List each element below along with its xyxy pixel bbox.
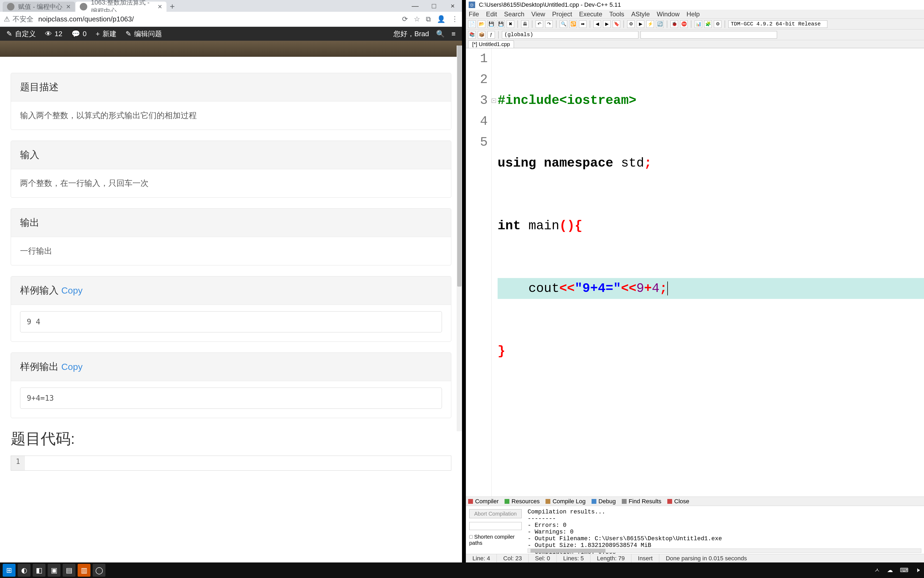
menu-file[interactable]: File	[469, 10, 479, 18]
task-icon[interactable]: ▤	[63, 564, 76, 576]
menu-window[interactable]: Window	[657, 10, 680, 18]
hscroll-thumb[interactable]	[531, 549, 605, 552]
tray-volume-icon[interactable]: 🕨	[916, 567, 921, 574]
code-editor[interactable]: 1 2 3 4 5 - #include<iostream> using nam…	[466, 48, 924, 497]
submission-editor[interactable]: 1	[11, 456, 451, 471]
tab-close[interactable]: Close	[667, 498, 689, 505]
security-chip[interactable]: ⚠不安全	[4, 15, 34, 24]
shorten-check[interactable]	[469, 535, 473, 539]
favicon-icon	[80, 3, 87, 10]
copy-link[interactable]: Copy	[61, 285, 83, 295]
tab-resources[interactable]: Resources	[505, 498, 540, 505]
tab-debug[interactable]: Debug	[592, 498, 616, 505]
fwd-icon[interactable]: ▶	[603, 20, 610, 28]
maximize-button[interactable]: □	[424, 0, 443, 12]
task-icon[interactable]: ▣	[48, 564, 60, 576]
chrome-task-icon[interactable]: ◯	[92, 564, 105, 576]
star-icon[interactable]: ☆	[414, 15, 420, 23]
profile-icon[interactable]: 📊	[694, 20, 702, 28]
menu-tools[interactable]: Tools	[609, 10, 624, 18]
tray-chevron-icon[interactable]: ㅅ	[874, 566, 880, 574]
undo-icon[interactable]: ↶	[536, 20, 543, 28]
start-button[interactable]: ⊞	[3, 564, 16, 576]
print-icon[interactable]: 🖶	[521, 20, 529, 28]
greeting-text[interactable]: 您好，Brad	[393, 29, 429, 39]
menu-astyle[interactable]: AStyle	[631, 10, 650, 18]
menu-help[interactable]: Help	[686, 10, 700, 18]
minimize-button[interactable]: —	[406, 0, 424, 12]
editor-area[interactable]	[25, 456, 451, 470]
bookmark-icon[interactable]: 🔖	[613, 20, 620, 28]
profile-icon[interactable]: 👤	[437, 15, 445, 23]
shorten-checkbox[interactable]: Shorten compiler paths	[469, 534, 522, 546]
menu-execute[interactable]: Execute	[579, 10, 602, 18]
func-icon[interactable]: ƒ	[487, 31, 495, 39]
scrollbar-thumb[interactable]	[457, 45, 461, 287]
search-icon[interactable]: 🔍	[436, 30, 445, 38]
fold-icon[interactable]: -	[492, 99, 496, 103]
menu-view[interactable]: View	[531, 10, 545, 18]
tray-cloud-icon[interactable]: ☁	[887, 567, 893, 574]
translate-icon[interactable]: ⟳	[402, 15, 408, 23]
rebuild-icon[interactable]: 🔄	[656, 20, 663, 28]
copy-link[interactable]: Copy	[61, 362, 83, 372]
compile-icon[interactable]: ⚙	[627, 20, 634, 28]
comments-stat[interactable]: 💬0	[71, 30, 86, 38]
close-icon[interactable]: ×	[158, 2, 162, 11]
scope-select[interactable]: (globals)	[502, 31, 638, 39]
browser-tab-0[interactable]: 赋值 - 编程中心×	[3, 2, 75, 12]
op-token: <<	[559, 281, 575, 296]
edit-question-button[interactable]: ✎编辑问题	[126, 29, 162, 39]
new-button[interactable]: +新建	[95, 29, 116, 39]
tab-compile-log[interactable]: Compile Log	[545, 498, 586, 505]
hscrollbar[interactable]	[528, 549, 921, 553]
struct-icon[interactable]: 📦	[478, 31, 485, 39]
options-icon[interactable]: ⚙	[714, 20, 722, 28]
debug-icon[interactable]: 🐞	[670, 20, 678, 28]
find-icon[interactable]: 🔍	[560, 20, 567, 28]
save-all-icon[interactable]: 💾	[497, 20, 505, 28]
menu-icon[interactable]: ⋮	[451, 15, 458, 23]
new-file-icon[interactable]: 📄	[468, 20, 476, 28]
scrollbar[interactable]	[456, 45, 462, 431]
menu-search[interactable]: Search	[504, 10, 524, 18]
menu-edit[interactable]: Edit	[486, 10, 497, 18]
save-icon[interactable]: 💾	[487, 20, 495, 28]
compile-run-icon[interactable]: ⚡	[646, 20, 654, 28]
extensions-icon[interactable]: ⧉	[426, 15, 431, 23]
code-text[interactable]: #include<iostream> using namespace std; …	[497, 48, 924, 497]
goto-icon[interactable]: ➡	[579, 20, 586, 28]
member-select[interactable]	[641, 31, 777, 39]
compiler-select[interactable]: TDM-GCC 4.9.2 64-bit Release	[728, 20, 827, 28]
custom-button[interactable]: ✎自定义	[6, 29, 36, 39]
open-icon[interactable]: 📂	[478, 20, 485, 28]
document-tab[interactable]: [*] Untitled1.cpp	[468, 41, 514, 48]
task-icon[interactable]: ◐	[18, 564, 31, 576]
card-header: 样例输出 Copy	[11, 353, 451, 381]
tab-compiler[interactable]: Compiler	[468, 498, 499, 505]
url-field[interactable]: noipclass.com/question/p1063/	[38, 15, 397, 23]
hamburger-icon[interactable]: ≡	[451, 30, 456, 38]
back-icon[interactable]: ◀	[594, 20, 601, 28]
input-card: 输入 两个整数，在一行输入，只回车一次	[11, 141, 451, 198]
deps-icon[interactable]: 🧩	[704, 20, 712, 28]
run-icon[interactable]: ▶	[637, 20, 644, 28]
abort-button[interactable]: Abort Compilation	[469, 509, 522, 518]
task-icon[interactable]: ▥	[78, 564, 91, 576]
tray-ime-icon[interactable]: ⌨	[900, 567, 908, 574]
menu-project[interactable]: Project	[552, 10, 572, 18]
redo-icon[interactable]: ↷	[545, 20, 553, 28]
compiler-output[interactable]: Compilation results... -------- - Errors…	[525, 506, 924, 554]
close-button[interactable]: ×	[443, 0, 462, 12]
class-browser-icon[interactable]: 📚	[468, 31, 476, 39]
replace-icon[interactable]: 🔁	[570, 20, 577, 28]
filter-input[interactable]	[469, 522, 522, 530]
browser-tab-1[interactable]: 1063:整数加法算式 - 编程中心×	[76, 2, 167, 12]
stop-icon[interactable]: ⛔	[680, 20, 688, 28]
task-icon[interactable]: ◧	[32, 564, 45, 576]
new-tab-button[interactable]: +	[167, 1, 178, 12]
close-file-icon[interactable]: ✖	[507, 20, 514, 28]
titlebar[interactable]: DC:\Users\86155\Desktop\Untitled1.cpp - …	[466, 0, 924, 10]
close-icon[interactable]: ×	[66, 2, 70, 11]
tab-find-results[interactable]: Find Results	[622, 498, 662, 505]
